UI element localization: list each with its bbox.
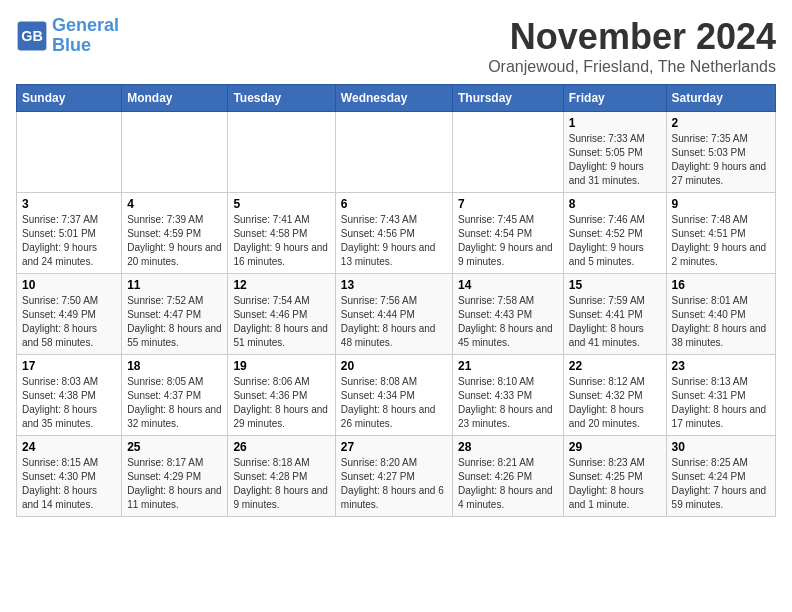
calendar-cell: 16Sunrise: 8:01 AM Sunset: 4:40 PM Dayli… [666, 274, 775, 355]
day-number: 13 [341, 278, 447, 292]
day-info: Sunrise: 7:35 AM Sunset: 5:03 PM Dayligh… [672, 132, 770, 188]
day-info: Sunrise: 7:52 AM Sunset: 4:47 PM Dayligh… [127, 294, 222, 350]
calendar-cell: 26Sunrise: 8:18 AM Sunset: 4:28 PM Dayli… [228, 436, 335, 517]
day-number: 20 [341, 359, 447, 373]
day-number: 16 [672, 278, 770, 292]
day-info: Sunrise: 8:20 AM Sunset: 4:27 PM Dayligh… [341, 456, 447, 512]
calendar-cell: 8Sunrise: 7:46 AM Sunset: 4:52 PM Daylig… [563, 193, 666, 274]
calendar-cell: 13Sunrise: 7:56 AM Sunset: 4:44 PM Dayli… [335, 274, 452, 355]
day-number: 14 [458, 278, 558, 292]
day-number: 29 [569, 440, 661, 454]
day-number: 15 [569, 278, 661, 292]
day-number: 27 [341, 440, 447, 454]
day-info: Sunrise: 8:18 AM Sunset: 4:28 PM Dayligh… [233, 456, 329, 512]
day-number: 23 [672, 359, 770, 373]
header: GB General Blue November 2024 Oranjewoud… [16, 16, 776, 76]
day-info: Sunrise: 8:10 AM Sunset: 4:33 PM Dayligh… [458, 375, 558, 431]
day-number: 26 [233, 440, 329, 454]
calendar-week-row: 24Sunrise: 8:15 AM Sunset: 4:30 PM Dayli… [17, 436, 776, 517]
calendar-cell: 25Sunrise: 8:17 AM Sunset: 4:29 PM Dayli… [122, 436, 228, 517]
day-info: Sunrise: 8:06 AM Sunset: 4:36 PM Dayligh… [233, 375, 329, 431]
day-info: Sunrise: 7:56 AM Sunset: 4:44 PM Dayligh… [341, 294, 447, 350]
calendar-cell [453, 112, 564, 193]
calendar-cell: 10Sunrise: 7:50 AM Sunset: 4:49 PM Dayli… [17, 274, 122, 355]
day-number: 11 [127, 278, 222, 292]
day-info: Sunrise: 8:17 AM Sunset: 4:29 PM Dayligh… [127, 456, 222, 512]
day-number: 1 [569, 116, 661, 130]
day-info: Sunrise: 8:23 AM Sunset: 4:25 PM Dayligh… [569, 456, 661, 512]
calendar-cell: 24Sunrise: 8:15 AM Sunset: 4:30 PM Dayli… [17, 436, 122, 517]
day-info: Sunrise: 7:50 AM Sunset: 4:49 PM Dayligh… [22, 294, 116, 350]
calendar-cell: 11Sunrise: 7:52 AM Sunset: 4:47 PM Dayli… [122, 274, 228, 355]
day-number: 7 [458, 197, 558, 211]
calendar-cell: 7Sunrise: 7:45 AM Sunset: 4:54 PM Daylig… [453, 193, 564, 274]
day-info: Sunrise: 7:59 AM Sunset: 4:41 PM Dayligh… [569, 294, 661, 350]
day-info: Sunrise: 8:03 AM Sunset: 4:38 PM Dayligh… [22, 375, 116, 431]
day-number: 2 [672, 116, 770, 130]
calendar-week-row: 17Sunrise: 8:03 AM Sunset: 4:38 PM Dayli… [17, 355, 776, 436]
day-info: Sunrise: 7:43 AM Sunset: 4:56 PM Dayligh… [341, 213, 447, 269]
day-number: 28 [458, 440, 558, 454]
day-info: Sunrise: 8:21 AM Sunset: 4:26 PM Dayligh… [458, 456, 558, 512]
calendar-week-row: 3Sunrise: 7:37 AM Sunset: 5:01 PM Daylig… [17, 193, 776, 274]
weekday-header: Wednesday [335, 85, 452, 112]
day-info: Sunrise: 7:48 AM Sunset: 4:51 PM Dayligh… [672, 213, 770, 269]
title-block: November 2024 Oranjewoud, Friesland, The… [488, 16, 776, 76]
calendar-cell: 2Sunrise: 7:35 AM Sunset: 5:03 PM Daylig… [666, 112, 775, 193]
calendar-cell: 28Sunrise: 8:21 AM Sunset: 4:26 PM Dayli… [453, 436, 564, 517]
calendar-cell: 22Sunrise: 8:12 AM Sunset: 4:32 PM Dayli… [563, 355, 666, 436]
day-info: Sunrise: 7:39 AM Sunset: 4:59 PM Dayligh… [127, 213, 222, 269]
calendar-cell: 23Sunrise: 8:13 AM Sunset: 4:31 PM Dayli… [666, 355, 775, 436]
weekday-header: Sunday [17, 85, 122, 112]
day-info: Sunrise: 7:46 AM Sunset: 4:52 PM Dayligh… [569, 213, 661, 269]
day-number: 5 [233, 197, 329, 211]
day-number: 12 [233, 278, 329, 292]
weekday-header: Tuesday [228, 85, 335, 112]
logo-line1: General [52, 15, 119, 35]
day-info: Sunrise: 8:13 AM Sunset: 4:31 PM Dayligh… [672, 375, 770, 431]
calendar-cell: 12Sunrise: 7:54 AM Sunset: 4:46 PM Dayli… [228, 274, 335, 355]
day-info: Sunrise: 8:08 AM Sunset: 4:34 PM Dayligh… [341, 375, 447, 431]
day-info: Sunrise: 8:05 AM Sunset: 4:37 PM Dayligh… [127, 375, 222, 431]
calendar-cell: 21Sunrise: 8:10 AM Sunset: 4:33 PM Dayli… [453, 355, 564, 436]
day-info: Sunrise: 8:01 AM Sunset: 4:40 PM Dayligh… [672, 294, 770, 350]
calendar-week-row: 1Sunrise: 7:33 AM Sunset: 5:05 PM Daylig… [17, 112, 776, 193]
calendar-cell: 27Sunrise: 8:20 AM Sunset: 4:27 PM Dayli… [335, 436, 452, 517]
day-number: 17 [22, 359, 116, 373]
day-number: 21 [458, 359, 558, 373]
day-number: 3 [22, 197, 116, 211]
weekday-header: Monday [122, 85, 228, 112]
day-info: Sunrise: 8:15 AM Sunset: 4:30 PM Dayligh… [22, 456, 116, 512]
calendar-cell: 17Sunrise: 8:03 AM Sunset: 4:38 PM Dayli… [17, 355, 122, 436]
calendar-week-row: 10Sunrise: 7:50 AM Sunset: 4:49 PM Dayli… [17, 274, 776, 355]
calendar-table: SundayMondayTuesdayWednesdayThursdayFrid… [16, 84, 776, 517]
calendar-cell: 4Sunrise: 7:39 AM Sunset: 4:59 PM Daylig… [122, 193, 228, 274]
day-number: 8 [569, 197, 661, 211]
day-info: Sunrise: 8:12 AM Sunset: 4:32 PM Dayligh… [569, 375, 661, 431]
day-info: Sunrise: 7:33 AM Sunset: 5:05 PM Dayligh… [569, 132, 661, 188]
day-number: 24 [22, 440, 116, 454]
calendar-cell: 19Sunrise: 8:06 AM Sunset: 4:36 PM Dayli… [228, 355, 335, 436]
day-info: Sunrise: 7:37 AM Sunset: 5:01 PM Dayligh… [22, 213, 116, 269]
calendar-cell: 30Sunrise: 8:25 AM Sunset: 4:24 PM Dayli… [666, 436, 775, 517]
calendar-cell [122, 112, 228, 193]
calendar-cell: 29Sunrise: 8:23 AM Sunset: 4:25 PM Dayli… [563, 436, 666, 517]
day-number: 22 [569, 359, 661, 373]
calendar-cell: 3Sunrise: 7:37 AM Sunset: 5:01 PM Daylig… [17, 193, 122, 274]
day-number: 18 [127, 359, 222, 373]
calendar-cell: 20Sunrise: 8:08 AM Sunset: 4:34 PM Dayli… [335, 355, 452, 436]
day-number: 9 [672, 197, 770, 211]
calendar-cell [228, 112, 335, 193]
calendar-cell: 14Sunrise: 7:58 AM Sunset: 4:43 PM Dayli… [453, 274, 564, 355]
day-info: Sunrise: 7:58 AM Sunset: 4:43 PM Dayligh… [458, 294, 558, 350]
logo-text: General Blue [52, 16, 119, 56]
calendar-cell: 18Sunrise: 8:05 AM Sunset: 4:37 PM Dayli… [122, 355, 228, 436]
month-title: November 2024 [488, 16, 776, 58]
day-info: Sunrise: 7:54 AM Sunset: 4:46 PM Dayligh… [233, 294, 329, 350]
calendar-cell: 9Sunrise: 7:48 AM Sunset: 4:51 PM Daylig… [666, 193, 775, 274]
logo-line2: Blue [52, 35, 91, 55]
logo: GB General Blue [16, 16, 119, 56]
day-number: 19 [233, 359, 329, 373]
day-number: 30 [672, 440, 770, 454]
day-info: Sunrise: 8:25 AM Sunset: 4:24 PM Dayligh… [672, 456, 770, 512]
